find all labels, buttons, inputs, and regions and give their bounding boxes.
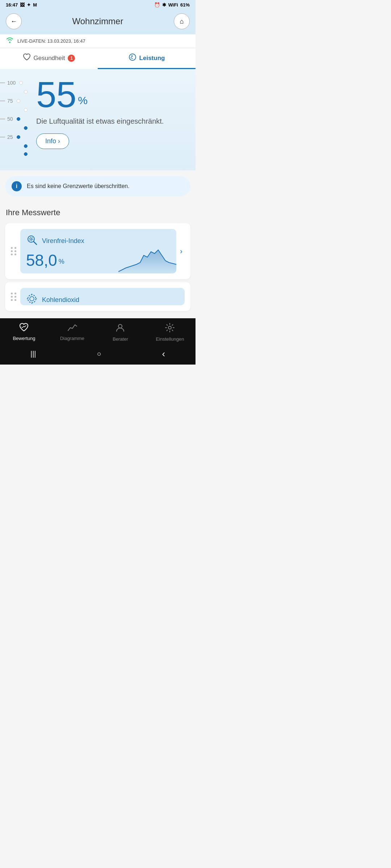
gauge-dot-7 xyxy=(17,135,20,139)
kohlendioxid-icon xyxy=(26,293,38,305)
live-data-bar: LIVE-DATEN: 13.03.2023, 16:47 xyxy=(0,34,196,48)
diagramme-icon xyxy=(67,323,77,334)
drag-dot xyxy=(11,254,13,255)
gmail-icon: M xyxy=(33,2,37,8)
wifi-signal-icon: WiFi xyxy=(168,2,178,8)
nav-berater-label: Berater xyxy=(113,336,128,342)
drag-handle-2 xyxy=(11,288,20,305)
svg-point-7 xyxy=(28,295,36,303)
sys-back-icon: ‹ xyxy=(162,348,165,359)
virenfrei-value: 58,0 xyxy=(26,252,57,268)
drag-dot xyxy=(14,247,16,249)
svg-point-8 xyxy=(30,297,34,301)
drag-dot xyxy=(11,250,13,252)
score-content: 55 % Die Luftqualität ist etwas eingesch… xyxy=(29,76,192,163)
back-button[interactable]: ← xyxy=(6,13,22,29)
alarm-icon: ⏰ xyxy=(154,2,160,8)
header: ← Wohnzimmer ⌂ xyxy=(0,10,196,34)
drag-dot xyxy=(14,250,16,252)
health-icon xyxy=(23,54,31,63)
virenfrei-icon xyxy=(26,234,38,248)
battery: 61% xyxy=(180,2,190,8)
drag-dot xyxy=(11,299,13,301)
slack-icon: ✦ xyxy=(27,2,31,8)
virenfrei-chart xyxy=(118,248,176,273)
status-bar: 16:47 🖼 ✦ M ⏰ ✱ WiFi 61% xyxy=(0,0,196,10)
alert-text: Es sind keine Grenzwerte überschritten. xyxy=(27,183,130,190)
virenfrei-name: Virenfrei-Index xyxy=(42,237,84,245)
gauge-dot-3 xyxy=(17,99,20,103)
info-circle-icon: i xyxy=(12,181,22,191)
drag-dot xyxy=(11,296,13,298)
time: 16:47 xyxy=(6,2,18,8)
nav-diagramme-label: Diagramme xyxy=(60,336,84,341)
nav-bewertung[interactable]: Bewertung xyxy=(11,323,37,342)
score-description: Die Luftqualität ist etwas eingeschränkt… xyxy=(36,116,185,126)
virenfrei-card: Virenfrei-Index 58,0 % › xyxy=(5,223,190,279)
drag-handle xyxy=(11,229,20,273)
axis-50: 50 xyxy=(0,116,29,122)
status-right: ⏰ ✱ WiFi 61% xyxy=(154,2,190,8)
virenfrei-unit: % xyxy=(59,258,64,265)
nav-einstellungen-label: Einstellungen xyxy=(156,336,184,342)
kohlendioxid-card-inner: Kohlendioxid xyxy=(20,288,185,305)
axis-75: 75 xyxy=(0,98,29,104)
virenfrei-arrow[interactable]: › xyxy=(176,229,185,273)
kohlendioxid-header: Kohlendioxid xyxy=(26,293,179,305)
tab-gesundheit[interactable]: Gesundheit 1 xyxy=(0,48,98,69)
drag-dot xyxy=(14,254,16,255)
gauge-dot-4 xyxy=(24,108,28,112)
drag-dot xyxy=(14,293,16,294)
sys-back-button[interactable]: ‹ xyxy=(162,348,165,359)
system-nav: ||| ○ ‹ xyxy=(0,345,196,365)
svg-point-14 xyxy=(168,326,171,329)
info-button[interactable]: Info › xyxy=(36,133,69,149)
score-value: 55 xyxy=(36,76,76,112)
axis-25: 25 xyxy=(0,134,29,140)
home-button[interactable]: ⌂ xyxy=(174,13,190,29)
gauge-dot-2 xyxy=(24,90,28,94)
einstellungen-icon xyxy=(165,323,175,335)
tab-leistung-label: Leistung xyxy=(139,55,165,62)
drag-dot xyxy=(14,299,16,301)
brain-icon xyxy=(129,53,136,63)
tabs-container: Gesundheit 1 Leistung xyxy=(0,48,196,69)
tab-gesundheit-label: Gesundheit xyxy=(34,55,65,62)
score-display: 55 % xyxy=(36,76,185,112)
info-btn-label: Info › xyxy=(45,137,60,145)
svg-point-13 xyxy=(118,324,122,328)
page-title: Wohnzimmer xyxy=(72,16,123,26)
wifi-icon xyxy=(6,37,14,45)
status-left: 16:47 🖼 ✦ M xyxy=(6,2,37,8)
axis-100: 100 xyxy=(0,80,29,86)
live-data-label: LIVE-DATEN: 13.03.2023, 16:47 xyxy=(17,38,85,44)
gauge-dot-8 xyxy=(24,144,28,148)
gesundheit-badge: 1 xyxy=(68,55,75,62)
back-arrow-icon: ← xyxy=(10,18,17,25)
gauge-dot-9 xyxy=(24,152,28,156)
bewertung-icon xyxy=(19,323,29,334)
drag-dot xyxy=(14,296,16,298)
nav-diagramme[interactable]: Diagramme xyxy=(59,323,85,342)
gauge-dot-1 xyxy=(19,81,23,85)
sys-home-button[interactable]: ○ xyxy=(97,350,101,358)
drag-dot xyxy=(11,247,13,249)
menu-icon: ||| xyxy=(30,350,36,358)
virenfrei-header: Virenfrei-Index xyxy=(26,234,171,248)
gauge-dot-5 xyxy=(17,117,20,121)
drag-dot xyxy=(11,293,13,294)
bottom-nav: Bewertung Diagramme Berater Einstellunge… xyxy=(0,318,196,345)
svg-line-3 xyxy=(34,242,37,244)
nav-berater[interactable]: Berater xyxy=(108,323,133,342)
nav-einstellungen[interactable]: Einstellungen xyxy=(156,323,184,342)
tab-leistung[interactable]: Leistung xyxy=(98,48,196,69)
home-icon: ⌂ xyxy=(180,18,184,25)
berater-icon xyxy=(115,323,125,335)
nav-bewertung-label: Bewertung xyxy=(13,336,35,341)
messwerte-title: Ihre Messwerte xyxy=(0,202,196,220)
photo-icon: 🖼 xyxy=(20,2,25,8)
sys-menu-button[interactable]: ||| xyxy=(30,350,36,358)
bluetooth-icon: ✱ xyxy=(162,2,166,8)
svg-point-0 xyxy=(129,54,136,60)
alert-bar: i Es sind keine Grenzwerte überschritten… xyxy=(5,176,190,196)
